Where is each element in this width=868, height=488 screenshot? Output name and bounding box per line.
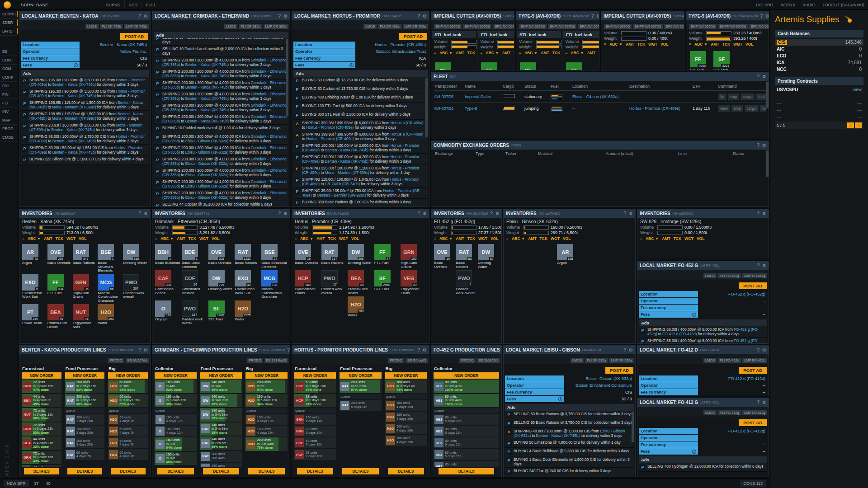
tab-bs-f0fbce63[interactable]: BS f0fbce63 xyxy=(406,358,428,363)
inventory-item-h2o[interactable]: H2O700Water xyxy=(348,296,373,318)
sidebar-item-sdbr[interactable]: SDBR xyxy=(0,19,18,27)
sort-abc[interactable]: ABC ▼ xyxy=(524,51,538,55)
sort-amt[interactable]: AMT xyxy=(456,51,464,55)
location-link[interactable]: Benten - Katoa (XK-745b) xyxy=(185,62,229,67)
inventory-item-ar[interactable]: AR72Argon xyxy=(22,244,47,273)
gear-icon[interactable]: ⚙ xyxy=(144,347,148,352)
post-ad-button[interactable]: POST AD xyxy=(739,419,767,426)
sort-amt[interactable]: AMT xyxy=(177,236,185,241)
info-icon[interactable]: i xyxy=(692,450,696,454)
sidebar-item-bs[interactable]: BS xyxy=(0,47,18,56)
sort-wgt[interactable]: WGT xyxy=(478,236,487,241)
location-link[interactable]: Benten - Katoa (XK-745b) xyxy=(185,96,229,101)
tab-pli-xk-745b[interactable]: PLI XK-745b xyxy=(100,24,123,29)
list-icon[interactable]: ≡ xyxy=(480,51,482,55)
inventory-item-nut[interactable]: NUT46Triglyceride Nuts xyxy=(73,304,97,329)
gear-icon[interactable]: ⚙ xyxy=(423,347,427,352)
inventory-item-bea[interactable]: BEA20Protein-Rich Beans xyxy=(348,270,373,295)
sort-abc[interactable]: ABC ▼ xyxy=(609,42,623,47)
tab-sfc-avi-007d6[interactable]: SFC AVI-007D6 xyxy=(578,24,599,29)
inventory-item-rat[interactable]: RAT83Basic Rations xyxy=(456,244,476,269)
sort-abc[interactable]: ABC ▼ xyxy=(439,236,453,241)
post-ad-button[interactable]: POST AD xyxy=(739,367,767,374)
destination-link[interactable]: Hortus - Promitor (CR-409e) xyxy=(629,106,693,111)
gear-icon[interactable]: ⚙ xyxy=(629,211,633,216)
details-button[interactable]: DETAILS xyxy=(297,468,334,474)
sort-vol[interactable]: VOL xyxy=(697,236,704,241)
sort-amt[interactable]: AMT xyxy=(456,236,464,241)
inventory-item-exo[interactable]: EXO40Exoskeleton Work Suit xyxy=(235,270,260,299)
location-link[interactable]: Benten - Katoa (XK-745b) xyxy=(52,94,96,98)
help-icon[interactable]: ? xyxy=(591,14,594,19)
sort-wgt[interactable]: WGT xyxy=(648,42,657,47)
location-link[interactable]: Moria - Montem (XT-699c) xyxy=(325,170,369,175)
inventory-item-pt[interactable]: PT250Power Tools xyxy=(22,304,47,329)
tab-lmp-fo-452g[interactable]: LMP FO-452g xyxy=(742,273,767,278)
sort-abc[interactable]: ABC ▼ xyxy=(694,42,708,47)
topbar-button-scrns[interactable]: SCRNS xyxy=(102,1,125,9)
sidebar-item-map[interactable]: MAP xyxy=(0,116,18,125)
transponder-link[interactable]: AVI-007D5 xyxy=(434,94,465,99)
gear-icon[interactable]: ⚙ xyxy=(495,211,500,216)
tab-shpf-avi-007d5[interactable]: SHPF AVI-007D5 xyxy=(633,24,663,29)
command-fly-button[interactable]: fly xyxy=(718,94,726,100)
inventory-item-ff[interactable]: FF834FTL Fuel xyxy=(47,274,72,303)
inventory-item-dw[interactable]: DW729Drinking Water xyxy=(208,270,234,299)
location-link[interactable]: CR-740 b (CR-740b) xyxy=(325,182,360,186)
location-link[interactable]: Benten - Katoa (XK-745b) xyxy=(51,127,94,132)
sort-tck[interactable]: TCK xyxy=(637,42,645,47)
sidebar-item-flt[interactable]: FLT xyxy=(0,99,18,108)
sidebar-item-com[interactable]: COM xyxy=(0,65,18,73)
list-icon[interactable]: ≡ xyxy=(434,51,436,55)
inventory-item-ff[interactable]: FF47FTL Fuel xyxy=(374,244,400,269)
location-link[interactable]: Benten - Katoa (XK-745b) xyxy=(185,85,229,89)
info-icon[interactable]: i xyxy=(349,63,354,67)
sidebar-item-fin[interactable]: FIN xyxy=(0,90,18,99)
gear-icon[interactable]: ⚙ xyxy=(762,143,766,148)
inventory-item-rat[interactable]: RAT247Basic Rations xyxy=(73,244,97,273)
location-link[interactable]: Ebisu - Gibson (XK-632a) xyxy=(572,94,629,99)
help-icon[interactable]: ? xyxy=(278,14,281,19)
gear-icon[interactable]: ⚙ xyxy=(423,211,427,216)
list-icon[interactable]: ≡ xyxy=(155,236,157,241)
sort-abc[interactable]: ABC ▼ xyxy=(486,51,499,55)
sort-abc[interactable]: ABC ▼ xyxy=(28,236,41,241)
location-link[interactable]: -- xyxy=(572,106,629,111)
tab-lmos[interactable]: LMOS xyxy=(363,24,377,29)
tab-pli-fo-412d[interactable]: PLI FO-412d xyxy=(718,358,741,363)
inventory-item-bse[interactable]: BSE27Basic Structural Elements xyxy=(261,244,287,269)
help-icon[interactable]: ? xyxy=(417,211,420,216)
gear-icon[interactable]: ⚙ xyxy=(765,14,769,19)
sort-wgt[interactable]: WGT xyxy=(684,236,693,241)
location-link[interactable]: Benten - Katoa (XK-745b) xyxy=(52,150,96,155)
tab-shp-avi-007d6[interactable]: SHP AVI-007D6 xyxy=(519,24,547,29)
location-link[interactable]: Ebisu - Gibson (XK-632a) xyxy=(185,161,228,166)
sort-vol[interactable]: VOL xyxy=(745,42,753,47)
new-order-button[interactable]: NEW ORDER xyxy=(340,372,381,379)
sidebar-item-corp[interactable]: CORP xyxy=(0,73,18,82)
location-link[interactable]: Benten - Katoa (XK-745b) xyxy=(52,139,96,143)
tab-lmos[interactable]: LMOS xyxy=(571,358,584,363)
sort-vol[interactable]: VOL xyxy=(79,236,86,241)
tab-prodq[interactable]: PRODQ xyxy=(459,358,476,363)
sort-amt[interactable]: AMT xyxy=(316,236,325,241)
tab-lmp-fo-412g[interactable]: LMP FO-412g xyxy=(742,410,767,415)
sort-tck[interactable]: TCK xyxy=(467,236,475,241)
sort-amt[interactable]: AMT xyxy=(44,236,52,241)
inventory-item-h2o[interactable]: H2O2275Water xyxy=(235,300,260,325)
sort-vol[interactable]: VOL xyxy=(212,236,219,241)
tab-bs-1934ba38[interactable]: BS 1934ba38 xyxy=(264,358,288,363)
tab-pli-fo-452g[interactable]: PLI FO-452g xyxy=(718,273,741,278)
transponder-link[interactable]: AVI-007D6 xyxy=(434,106,465,111)
info-icon[interactable]: i xyxy=(558,397,562,401)
info-icon[interactable]: i xyxy=(692,313,696,317)
sort-amt[interactable]: AMT xyxy=(711,42,719,47)
tab-lmos[interactable]: LMOS xyxy=(85,24,99,29)
inventory-item-caf[interactable]: CAF200Caffeinated Beans xyxy=(155,270,181,299)
tab-prodq[interactable]: PRODQ xyxy=(247,358,263,363)
cargo-item-sf[interactable]: SF3221STL Fuel xyxy=(713,51,730,70)
contract-view-link[interactable]: view xyxy=(853,87,862,92)
sort-abc[interactable]: ABC ▼ xyxy=(300,236,313,241)
location-link[interactable]: Benten - Katoa (XK-745b) xyxy=(325,159,368,164)
sort-abc[interactable]: ABC ▼ xyxy=(439,51,453,55)
